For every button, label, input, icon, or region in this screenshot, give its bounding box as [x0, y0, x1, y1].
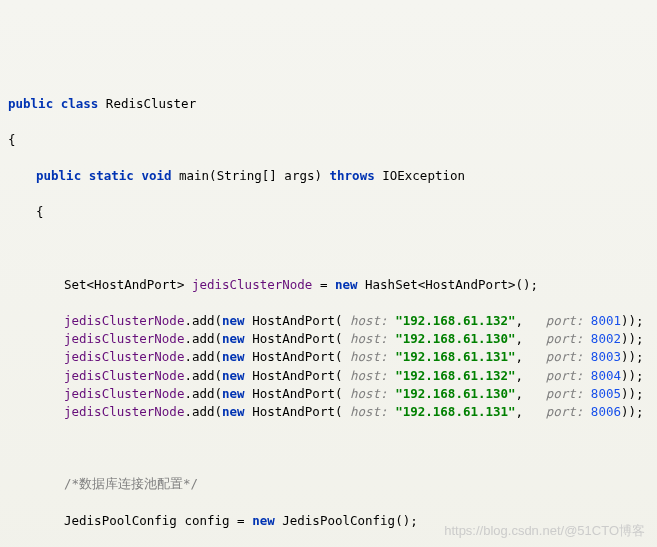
blank-line: [8, 240, 649, 258]
watermark: https://blog.csdn.net/@51CTO博客: [444, 522, 645, 541]
class-decl: public class RedisCluster: [8, 95, 649, 113]
main-decl: public static void main(String[] args) t…: [8, 167, 649, 185]
add-node-line: jedisClusterNode.add(new HostAndPort( ho…: [8, 385, 649, 403]
set-decl: Set<HostAndPort> jedisClusterNode = new …: [8, 276, 649, 294]
comment-pool: /*数据库连接池配置*/: [8, 475, 649, 493]
code-block: public class RedisCluster { public stati…: [8, 77, 649, 548]
brace: {: [8, 131, 649, 149]
add-node-line: jedisClusterNode.add(new HostAndPort( ho…: [8, 403, 649, 421]
add-node-line: jedisClusterNode.add(new HostAndPort( ho…: [8, 367, 649, 385]
blank-line: [8, 439, 649, 457]
add-node-line: jedisClusterNode.add(new HostAndPort( ho…: [8, 330, 649, 348]
add-node-line: jedisClusterNode.add(new HostAndPort( ho…: [8, 312, 649, 330]
add-node-line: jedisClusterNode.add(new HostAndPort( ho…: [8, 348, 649, 366]
brace: {: [8, 203, 649, 221]
